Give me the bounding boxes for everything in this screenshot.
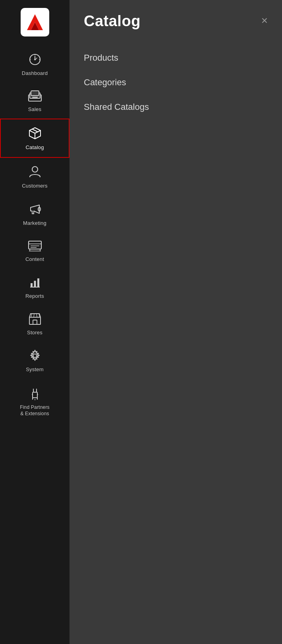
svg-line-32 <box>31 314 32 317</box>
sidebar-item-customers[interactable]: Customers <box>0 158 70 196</box>
sidebar-item-label-customers: Customers <box>22 183 48 189</box>
panel-header: Catalog × <box>84 13 268 30</box>
sales-icon <box>28 90 42 104</box>
svg-point-37 <box>33 354 37 357</box>
content-icon <box>28 240 42 254</box>
sidebar-item-sales[interactable]: Sales <box>0 83 70 119</box>
sidebar: Dashboard Sales Catalog <box>0 0 70 644</box>
dashboard-icon <box>29 53 41 68</box>
svg-line-16 <box>32 129 38 132</box>
reports-icon <box>29 276 41 291</box>
sidebar-item-dashboard[interactable]: Dashboard <box>0 46 70 83</box>
customers-icon <box>28 165 42 180</box>
sidebar-item-stores[interactable]: Stores <box>0 305 70 342</box>
svg-rect-12 <box>31 91 39 96</box>
sidebar-item-label-system: System <box>26 366 44 373</box>
catalog-panel: Catalog × Products Categories Shared Cat… <box>70 0 282 644</box>
svg-rect-36 <box>33 320 37 324</box>
sidebar-item-partners[interactable]: Find Partners& Extensions <box>0 379 70 423</box>
sidebar-item-label-partners: Find Partners& Extensions <box>20 404 50 417</box>
logo-box[interactable] <box>21 8 49 36</box>
sidebar-item-label-catalog: Catalog <box>25 144 44 151</box>
svg-rect-19 <box>29 241 41 249</box>
sidebar-item-label-dashboard: Dashboard <box>22 70 48 77</box>
sidebar-item-label-sales: Sales <box>28 106 42 113</box>
sidebar-item-label-stores: Stores <box>27 330 42 336</box>
svg-rect-13 <box>32 97 38 98</box>
sidebar-item-label-marketing: Marketing <box>23 220 46 226</box>
system-icon <box>29 349 41 364</box>
catalog-menu-list: Products Categories Shared Catalogs <box>84 46 268 119</box>
catalog-icon <box>28 126 42 142</box>
sidebar-item-catalog[interactable]: Catalog <box>0 119 70 158</box>
close-button[interactable]: × <box>261 15 268 26</box>
adobe-logo-icon <box>25 12 45 33</box>
sidebar-item-label-reports: Reports <box>25 293 44 299</box>
svg-line-33 <box>34 314 34 317</box>
menu-item-categories[interactable]: Categories <box>84 70 268 95</box>
partners-icon <box>29 386 41 402</box>
svg-rect-29 <box>37 278 39 287</box>
sidebar-item-system[interactable]: System <box>0 342 70 379</box>
menu-item-shared-catalogs[interactable]: Shared Catalogs <box>84 95 268 119</box>
sidebar-item-reports[interactable]: Reports <box>0 269 70 306</box>
svg-rect-30 <box>29 317 41 324</box>
svg-line-34 <box>37 314 37 317</box>
svg-rect-28 <box>34 281 36 287</box>
marketing-icon <box>28 202 42 218</box>
sidebar-item-label-content: Content <box>25 256 44 263</box>
sidebar-item-marketing[interactable]: Marketing <box>0 195 70 233</box>
panel-title: Catalog <box>84 13 141 30</box>
logo-area <box>0 0 70 46</box>
sidebar-item-content[interactable]: Content <box>0 233 70 269</box>
svg-rect-27 <box>31 283 33 287</box>
menu-item-products[interactable]: Products <box>84 46 268 70</box>
svg-point-17 <box>32 167 38 172</box>
svg-rect-38 <box>33 392 37 398</box>
stores-icon <box>28 312 42 327</box>
